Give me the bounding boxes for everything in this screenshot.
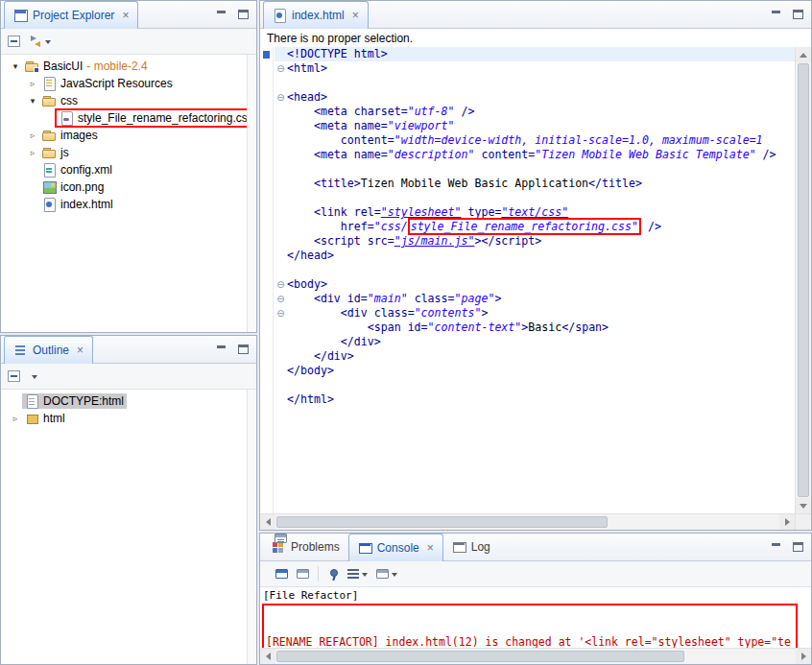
code-line-20[interactable]: <span id="content-text">Basic</span> — [275, 321, 795, 335]
expand-arrow-icon[interactable]: ▹ — [9, 414, 22, 423]
code-line-19[interactable]: ⊖ <div class="contents"> — [275, 306, 795, 321]
expand-arrow-icon[interactable]: ▹ — [26, 131, 39, 140]
code-line-11[interactable] — [275, 191, 795, 205]
code-segment: type= — [462, 205, 502, 219]
code-line-2[interactable]: ⊖<html> — [275, 61, 795, 76]
console-output-area[interactable]: [File Refactor] [RENAME REFACTOR] index.… — [260, 587, 811, 664]
scrollbar-thumb[interactable] — [798, 63, 809, 497]
tree-item-javascript-resources[interactable]: ▹JavaScript Resources — [1, 75, 256, 92]
scroll-up-icon[interactable] — [796, 47, 811, 62]
scrollbar-thumb[interactable] — [276, 516, 608, 528]
editor-horizontal-scrollbar[interactable] — [260, 513, 795, 530]
close-tab-icon[interactable]: × — [427, 542, 434, 554]
code-segment: <html> — [287, 61, 327, 75]
fold-marker-icon[interactable]: ⊖ — [275, 292, 287, 306]
tab-project-explorer[interactable]: Project Explorer × — [4, 1, 138, 29]
tree-item-config-xml[interactable]: config.xml — [1, 161, 256, 178]
editor-vertical-scrollbar[interactable] — [795, 47, 811, 513]
jsres-icon — [42, 77, 57, 90]
code-line-23[interactable]: </body> — [275, 364, 795, 378]
maximize-view-icon[interactable] — [793, 542, 803, 552]
code-editor[interactable]: <!DOCTYPE html>⊖<html>⊖<head> <meta char… — [275, 47, 795, 513]
collapse-arrow-icon[interactable]: ▾ — [26, 96, 39, 106]
scrollbar-corner — [795, 513, 811, 530]
tree-item-basicui[interactable]: ▾BasicUI- mobile-2.4 — [1, 58, 256, 75]
code-line-15[interactable]: </head> — [275, 249, 795, 263]
pin-console-button[interactable] — [327, 568, 339, 581]
outline-view-menu-button[interactable] — [29, 371, 37, 382]
collapse-arrow-icon[interactable]: ▾ — [9, 61, 22, 71]
code-segment: class= — [408, 292, 455, 305]
expand-arrow-icon[interactable]: ▹ — [26, 79, 39, 88]
scroll-down-icon[interactable] — [796, 498, 811, 513]
expand-arrow-icon[interactable]: ▹ — [26, 148, 39, 157]
scroll-left-icon[interactable] — [260, 649, 275, 664]
tab-index-html[interactable]: index.html × — [263, 1, 369, 29]
code-line-10[interactable]: <title>Tizen Mobile Web Basic Applicatio… — [275, 177, 795, 191]
code-segment: </head> — [287, 249, 334, 262]
code-line-17[interactable]: ⊖<body> — [275, 277, 795, 292]
outline-scrollbar[interactable] — [247, 390, 256, 664]
code-segment: ></script> — [474, 234, 541, 248]
word-wrap-button[interactable] — [297, 569, 309, 579]
maximize-view-icon[interactable] — [238, 10, 249, 19]
scroll-lock-button[interactable] — [275, 569, 288, 579]
fold-marker-icon[interactable]: ⊖ — [275, 306, 287, 321]
tree-item-images[interactable]: ▹images — [1, 127, 256, 144]
outline-item-html[interactable]: ▹html — [1, 410, 256, 427]
code-line-18[interactable]: ⊖ <div id="main" class="page"> — [275, 292, 795, 306]
scroll-left-icon[interactable] — [260, 514, 275, 530]
code-line-25[interactable]: </html> — [275, 392, 795, 407]
close-tab-icon[interactable]: × — [77, 344, 84, 356]
close-tab-icon[interactable]: × — [352, 10, 359, 21]
minimize-view-icon[interactable] — [216, 344, 227, 354]
code-line-8[interactable]: <meta name="description" content="Tizen … — [275, 148, 795, 162]
code-line-9[interactable] — [275, 162, 795, 177]
editor-panel: index.html × There is no proper selectio… — [259, 0, 812, 531]
scroll-right-icon[interactable] — [796, 649, 811, 664]
console-horizontal-scrollbar[interactable] — [260, 648, 811, 664]
project-explorer-scrollbar[interactable] — [247, 55, 256, 332]
tree-item-js[interactable]: ▹js — [1, 144, 256, 161]
open-console-button[interactable] — [376, 569, 397, 580]
code-line-3[interactable] — [275, 76, 795, 90]
code-line-4[interactable]: ⊖<head> — [275, 90, 795, 105]
tree-item-style-file-rename-refactoring-css[interactable]: style_File_rename_refactoring.css — [1, 109, 256, 127]
fold-spacer — [275, 119, 287, 133]
code-line-16[interactable] — [275, 263, 795, 277]
link-with-editor-button[interactable] — [29, 36, 51, 47]
close-tab-icon[interactable]: × — [122, 10, 129, 21]
scroll-lock-icon — [275, 569, 288, 579]
tab-outline[interactable]: Outline × — [4, 336, 93, 364]
fold-marker-icon[interactable]: ⊖ — [275, 61, 287, 76]
code-line-7[interactable]: content="width=device-width, initial-sca… — [275, 133, 795, 148]
annotation-ruler[interactable] — [260, 47, 274, 513]
minimize-view-icon[interactable] — [771, 542, 781, 552]
code-line-14[interactable]: <script src="js/main.js"></script> — [275, 234, 795, 249]
tree-item-index-html[interactable]: index.html — [1, 196, 256, 213]
minimize-view-icon[interactable] — [216, 10, 227, 19]
tree-item-icon-png[interactable]: icon.png — [1, 178, 256, 196]
code-line-1[interactable]: <!DOCTYPE html> — [275, 47, 795, 61]
maximize-view-icon[interactable] — [793, 10, 803, 19]
outline-item-doctype-html[interactable]: DOCTYPE:html — [1, 392, 256, 410]
code-line-12[interactable]: <link rel="stylesheet" type="text/css" — [275, 205, 795, 220]
code-line-22[interactable]: </div> — [275, 349, 795, 364]
code-line-6[interactable]: <meta name="viewport" — [275, 119, 795, 133]
code-line-5[interactable]: <meta charset="utf-8" /> — [275, 105, 795, 119]
collapse-all-button[interactable] — [8, 370, 20, 382]
fold-marker-icon[interactable]: ⊖ — [275, 90, 287, 105]
scrollbar-thumb[interactable] — [276, 651, 684, 662]
maximize-view-icon[interactable] — [238, 344, 249, 354]
code-line-21[interactable]: </div> — [275, 335, 795, 349]
tab-console[interactable]: Console × — [348, 534, 443, 561]
tree-item-css[interactable]: ▾css — [1, 92, 256, 109]
tab-log[interactable]: Log — [443, 534, 499, 560]
display-selected-console-button[interactable] — [347, 569, 368, 580]
minimize-view-icon[interactable] — [771, 10, 781, 19]
code-line-13[interactable]: href="css/style_File_rename_refactoring.… — [275, 220, 795, 234]
fold-marker-icon[interactable]: ⊖ — [275, 277, 287, 292]
scroll-right-icon[interactable] — [779, 514, 795, 530]
code-line-24[interactable] — [275, 378, 795, 392]
collapse-all-button[interactable] — [8, 36, 20, 47]
